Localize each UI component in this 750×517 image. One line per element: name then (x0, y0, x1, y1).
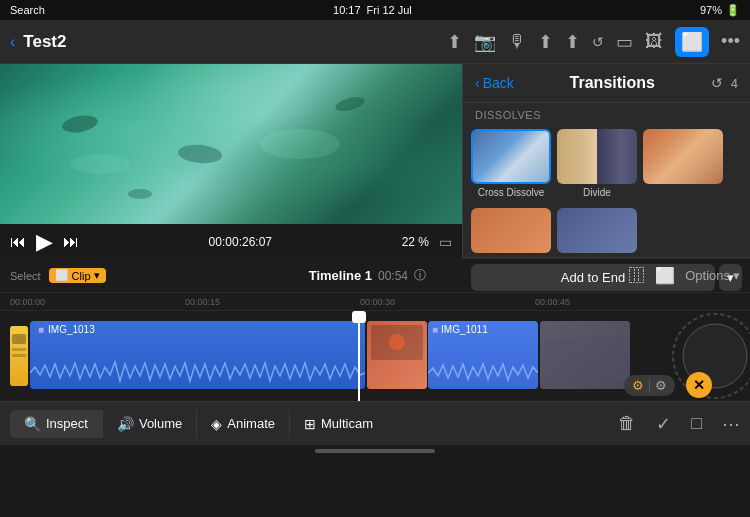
svg-point-12 (389, 334, 405, 350)
info-icon[interactable]: ⓘ (414, 267, 426, 284)
home-bar (315, 449, 435, 453)
transition-item-row2-2[interactable] (557, 208, 637, 253)
check-icon[interactable]: ✓ (656, 413, 671, 435)
skip-forward-button[interactable]: ⏭ (63, 233, 79, 251)
battery-display: 97% (700, 4, 722, 16)
transition-item-divide[interactable]: Divide (557, 129, 637, 198)
video-camera-icon[interactable]: 📷 (474, 31, 496, 53)
orange-clip[interactable] (367, 321, 427, 389)
timeline-title-area: Timeline 1 00:54 ⓘ (114, 267, 622, 284)
transition-item-warm[interactable] (643, 129, 723, 198)
svg-point-2 (334, 94, 366, 113)
timecode-30: 00:00:30 (360, 297, 395, 307)
options-chevron-icon: ▾ (733, 268, 740, 283)
refresh-icon[interactable]: ↺ (711, 75, 723, 91)
svg-point-3 (128, 189, 152, 199)
clip-icon-indicator: ■ (38, 324, 44, 335)
main-content-area: ⏮ ▶ ⏭ 00:00:26:07 22 % ▭ ‹ Back Transiti… (0, 64, 750, 259)
home-indicator (0, 445, 750, 457)
copy-icon[interactable]: □ (691, 413, 702, 434)
gray-clip[interactable]: DSC_4348 (540, 321, 630, 389)
photo-icon[interactable]: 🖼 (645, 31, 663, 52)
options-label: Options (685, 268, 730, 283)
delete-icon[interactable]: 🗑 (618, 413, 636, 434)
timeline-name: Timeline 1 (309, 268, 372, 283)
close-button[interactable]: ✕ (686, 372, 712, 398)
timecode-45: 00:00:45 (535, 297, 570, 307)
volume-button[interactable]: 🔊 Volume (103, 410, 197, 438)
transitions-back-button[interactable]: ‹ Back (475, 75, 514, 91)
back-chevron-icon: ‹ (475, 75, 480, 91)
top-toolbar: ‹ Test2 ⬆ 📷 🎙 ⬆ ⬆ ↺ ▭ 🖼 ⬜ ••• (0, 20, 750, 64)
svg-rect-14 (544, 339, 626, 379)
timeline-duration: 00:54 (378, 269, 408, 283)
share-icon[interactable]: ⬆ (565, 31, 580, 53)
options-button[interactable]: Options ▾ (685, 268, 740, 283)
svg-point-1 (177, 143, 222, 165)
multicam-label: Multicam (321, 416, 373, 431)
timecode-15: 00:00:15 (185, 297, 220, 307)
date-display: Fri 12 Jul (367, 4, 412, 16)
blue2-clip[interactable]: ■ IMG_1011 (428, 321, 538, 389)
back-button[interactable]: ‹ (10, 33, 15, 51)
bottom-actions: 🗑 ✓ □ ⋯ (618, 413, 740, 435)
transitions-header: ‹ Back Transitions ↺ 4 (463, 64, 750, 103)
more-action-icon[interactable]: ⋯ (722, 413, 740, 435)
multicam-icon: ⊞ (304, 416, 316, 432)
timeline-area: Select ⬜ Clip ▾ Timeline 1 00:54 ⓘ ⿲ ⬜ O… (0, 259, 750, 401)
inspect-icon: 🔍 (24, 416, 41, 432)
animate-button[interactable]: ◈ Animate (197, 410, 290, 438)
volume-icon: 🔊 (117, 416, 134, 432)
active-tool-icon[interactable]: ⬜ (675, 27, 709, 57)
toggle-icon2[interactable]: ⚙ (655, 378, 667, 393)
aspect-icon[interactable]: ▭ (439, 234, 452, 250)
yellow-marker-svg (10, 326, 28, 386)
microphone-icon[interactable]: 🎙 (508, 31, 526, 52)
divide-thumbnail (557, 129, 637, 184)
playhead (358, 311, 360, 401)
film-icon[interactable]: ▭ (616, 31, 633, 53)
timeline-tool2-icon[interactable]: ⬜ (655, 266, 675, 285)
main-blue-clip[interactable]: ■ IMG_1013 (30, 321, 365, 389)
search-label: Search (10, 4, 45, 16)
blue2-icon: ■ (432, 324, 438, 335)
dissolves-label: DISSOLVES (463, 103, 750, 125)
upload-icon[interactable]: ⬆ (447, 31, 462, 53)
animate-label: Animate (227, 416, 275, 431)
main-clip-label: ■ IMG_1013 (38, 324, 95, 335)
timeline-tool1-icon[interactable]: ⿲ (629, 267, 645, 285)
svg-point-4 (260, 129, 340, 159)
transitions-grid: Cross Dissolve Divide (463, 125, 750, 202)
blue2-waveform (428, 359, 538, 387)
skip-back-button[interactable]: ⏮ (10, 233, 26, 251)
svg-point-0 (61, 113, 99, 135)
warm-thumbnail (643, 129, 723, 184)
play-button[interactable]: ▶ (36, 229, 53, 255)
inspect-button[interactable]: 🔍 Inspect (10, 410, 103, 438)
warm-thumb (643, 129, 723, 184)
timeline-actions: ⿲ ⬜ Options ▾ (629, 266, 740, 285)
waveform-svg (30, 359, 365, 387)
divide-label: Divide (583, 187, 611, 198)
transition-item-row2-1[interactable] (471, 208, 551, 253)
row2-thumbnail1 (471, 208, 551, 253)
yellow-marker-clip[interactable] (10, 326, 28, 386)
toggle-icon1[interactable]: ⚙ (632, 378, 644, 393)
timecode-0: 00:00:00 (10, 297, 45, 307)
mountain-thumbnail (473, 131, 549, 182)
status-left: Search (10, 4, 45, 16)
clip-badge: ⬜ Clip ▾ (49, 268, 106, 283)
multicam-button[interactable]: ⊞ Multicam (290, 410, 387, 438)
transitions-title: Transitions (522, 74, 703, 92)
cross-dissolve-thumb (471, 129, 551, 184)
refresh-icon[interactable]: ↺ (592, 34, 604, 50)
timecode-ruler: 00:00:00 00:00:15 00:00:30 00:00:45 (0, 293, 750, 311)
video-preview: ⏮ ▶ ⏭ 00:00:26:07 22 % ▭ (0, 64, 462, 259)
transition-item-cross-dissolve[interactable]: Cross Dissolve (471, 129, 551, 198)
video-controls: ⏮ ▶ ⏭ 00:00:26:07 22 % ▭ (0, 224, 462, 259)
time-display: 10:17 (333, 4, 361, 16)
back-label: Back (483, 75, 514, 91)
activity-icon[interactable]: ⬆ (538, 31, 553, 53)
more-icon[interactable]: ••• (721, 31, 740, 52)
status-right: 97% 🔋 (700, 4, 740, 17)
